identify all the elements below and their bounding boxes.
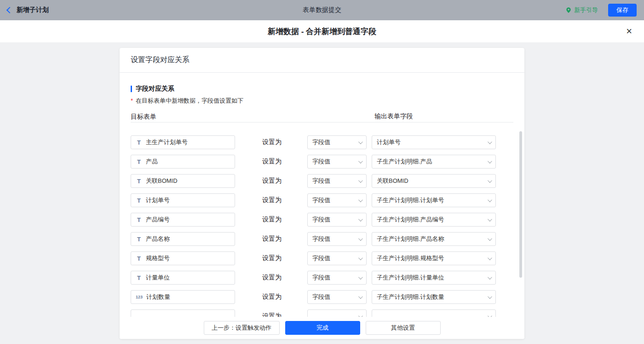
target-field-input[interactable]: T 产品: [131, 155, 235, 169]
chevron-down-icon: [488, 236, 492, 241]
chevron-down-icon: [358, 275, 363, 280]
other-settings-button[interactable]: 其他设置: [366, 321, 441, 335]
field-mapping-row: T 计量单位 设置为 字段值 子生产计划明细.计量单位: [131, 268, 513, 287]
section-title: 字段对应关系: [131, 85, 513, 93]
chevron-down-icon: [358, 140, 363, 144]
value-mode-select[interactable]: 字段值: [307, 232, 367, 246]
output-field-select[interactable]: 子生产计划明细.产品名称: [372, 232, 496, 246]
target-field-input[interactable]: T 主生产计划单号: [131, 135, 235, 149]
set-as-label: 设置为: [262, 235, 282, 243]
value-mode-select[interactable]: 字段值: [307, 174, 367, 188]
output-field-select[interactable]: 关联BOMID: [372, 174, 496, 188]
value-mode-select[interactable]: 字段值: [307, 135, 367, 149]
set-as-label: 设置为: [262, 274, 282, 282]
output-field-select[interactable]: 子生产计划明细.产品: [372, 155, 496, 169]
chevron-down-icon: [358, 178, 363, 183]
value-mode-selected: 字段值: [312, 196, 330, 204]
beginner-guide-label: 新手引导: [574, 6, 598, 14]
value-mode-select[interactable]: 字段值: [307, 251, 367, 265]
target-field-input[interactable]: T 产品编号: [131, 213, 235, 227]
close-icon[interactable]: ×: [626, 26, 632, 36]
set-as-label: 设置为: [262, 254, 282, 262]
set-as-label: 设置为: [262, 177, 282, 185]
output-field-selected: 子生产计划明细.计量单位: [377, 274, 444, 282]
target-field-label: 规格型号: [146, 254, 170, 262]
value-mode-select[interactable]: 字段值: [307, 213, 367, 227]
dialog-title: 新增数据 - 合并新增到普通字段: [268, 26, 376, 37]
target-field-input[interactable]: T 规格型号: [131, 251, 235, 265]
output-field-select[interactable]: 计划单号: [372, 135, 496, 149]
chevron-down-icon: [488, 159, 492, 163]
target-field-label: 计划数量: [146, 293, 170, 301]
save-button[interactable]: 保存: [608, 4, 637, 17]
target-field-label: 计量单位: [146, 274, 170, 282]
location-pin-icon: [565, 7, 572, 13]
set-as-label: 设置为: [262, 312, 282, 317]
output-field-select[interactable]: 子生产计划明细.规格型号: [372, 251, 496, 265]
dialog-body: 设置字段对应关系 字段对应关系 * 在目标表单中新增数据，字段值设置如下 目标表…: [0, 42, 644, 344]
value-mode-selected: 字段值: [312, 157, 330, 166]
target-field-input[interactable]: T 计量单位: [131, 271, 235, 285]
text-field-icon: T: [136, 216, 142, 223]
required-mark: *: [131, 97, 133, 104]
back-label[interactable]: 新增子计划: [17, 6, 49, 14]
target-field-input[interactable]: 123 计划数量: [131, 290, 235, 304]
done-button[interactable]: 完成: [285, 321, 360, 335]
value-mode-select[interactable]: 字段值: [307, 155, 367, 169]
target-field-label: 主生产计划单号: [146, 138, 188, 146]
target-field-label: 产品: [146, 157, 158, 166]
field-mapping-row: T 产品 设置为 字段值 子生产计划明细.产品: [131, 152, 513, 171]
value-mode-select[interactable]: [307, 309, 367, 317]
value-mode-select[interactable]: 字段值: [307, 271, 367, 285]
target-field-label: 产品名称: [146, 235, 170, 243]
target-field-label: 产品编号: [146, 216, 170, 224]
text-field-icon: T: [136, 236, 142, 243]
target-field-label: 计划单号: [146, 196, 170, 204]
value-mode-select[interactable]: 字段值: [307, 290, 367, 304]
output-field-select[interactable]: 子生产计划明细.计量单位: [372, 271, 496, 285]
chevron-down-icon: [358, 159, 363, 163]
value-mode-selected: 字段值: [312, 235, 330, 243]
output-field-selected: 计划单号: [377, 138, 401, 146]
topbar: 新增子计划 表单数据提交 新手引导 保存: [0, 0, 644, 20]
column-headers: 目标表单 输出表单字段: [131, 112, 513, 122]
value-mode-selected: 字段值: [312, 254, 330, 262]
page-title: 表单数据提交: [303, 6, 341, 14]
chevron-down-icon: [488, 198, 492, 202]
output-field-select[interactable]: 子生产计划明细.计划数量: [372, 290, 496, 304]
back-navigation[interactable]: 新增子计划: [7, 6, 49, 14]
vertical-scrollbar[interactable]: [519, 131, 522, 278]
hint-text: * 在目标表单中新增数据，字段值设置如下: [131, 97, 513, 105]
value-mode-selected: 字段值: [312, 177, 330, 185]
value-mode-select[interactable]: 字段值: [307, 193, 367, 207]
column-header-target: 目标表单: [131, 113, 156, 120]
field-mapping-row: T 产品编号 设置为 字段值 子生产计划明细.产品编号: [131, 210, 513, 229]
text-field-icon: T: [136, 139, 142, 146]
column-header-output: 输出表单字段: [374, 112, 413, 121]
output-field-select[interactable]: 子生产计划明细.产品编号: [372, 213, 496, 227]
chevron-left-icon[interactable]: [6, 7, 13, 13]
beginner-guide-link[interactable]: 新手引导: [565, 6, 598, 14]
field-mapping-row: T 规格型号 设置为 字段值 子生产计划明细.规格型号: [131, 249, 513, 268]
target-field-input[interactable]: T 关联BOMID: [131, 174, 235, 188]
output-field-select[interactable]: 子生产计划明细.计划单号: [372, 193, 496, 207]
target-field-input[interactable]: T 计划单号: [131, 193, 235, 207]
output-field-select[interactable]: [372, 309, 496, 317]
topbar-actions: 新手引导 保存: [565, 4, 637, 17]
field-mapping-row: 设置为: [131, 307, 513, 317]
text-field-icon: T: [136, 274, 142, 281]
output-field-selected: 子生产计划明细.产品名称: [377, 235, 444, 243]
accent-bar: [131, 86, 132, 92]
target-field-input[interactable]: [131, 309, 235, 317]
field-mapping-row: T 产品名称 设置为 字段值 子生产计划明细.产品名称: [131, 229, 513, 249]
set-as-label: 设置为: [262, 196, 282, 204]
chevron-down-icon: [488, 178, 492, 183]
previous-step-button[interactable]: 上一步：设置触发动作: [204, 321, 280, 335]
field-mapping-row: T 主生产计划单号 设置为 字段值 计划单号: [131, 133, 513, 152]
chevron-down-icon: [488, 140, 492, 144]
text-field-icon: T: [136, 255, 142, 262]
hint-label: 在目标表单中新增数据，字段值设置如下: [136, 97, 243, 104]
target-field-input[interactable]: T 产品名称: [131, 232, 235, 246]
chevron-down-icon: [358, 294, 363, 299]
chevron-down-icon: [488, 275, 492, 280]
